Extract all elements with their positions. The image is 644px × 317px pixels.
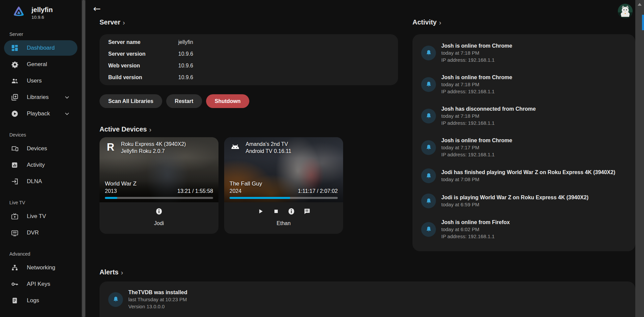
server-info-value: jellyfin [178, 39, 193, 45]
sidebar-item-libraries[interactable]: Libraries [4, 90, 77, 105]
info-button[interactable] [287, 207, 296, 216]
shutdown-button[interactable]: Shutdown [206, 94, 249, 108]
play-button[interactable] [256, 207, 265, 216]
media-year: 2024 [230, 188, 262, 195]
sidebar-section: Devices Devices Activity DLN [0, 132, 81, 189]
server-info-row: Server name jellyfin [108, 36, 389, 48]
sidebar-item-apikeys[interactable]: API Keys [4, 276, 77, 292]
activity-entry: Josh is online from Chrome today at 7:17… [421, 137, 627, 158]
device-user-name: Jodi [154, 220, 164, 226]
alert-entry: TheTVDB was installed last Thursday at 1… [108, 289, 627, 310]
sidebar-scrollbar-thumb[interactable] [82, 0, 85, 317]
bell-avatar [108, 292, 123, 307]
server-info-row: Server version 10.9.6 [108, 48, 389, 60]
sidebar-item-users[interactable]: Users [4, 73, 77, 89]
bell-icon [425, 198, 432, 205]
activity-entry-title: Josh is online from Firefox [441, 219, 510, 226]
media-year: 2013 [105, 188, 136, 195]
alerts-section-heading[interactable]: Alerts [100, 267, 635, 277]
logs-icon [11, 297, 19, 305]
device-header: Amanda's 2nd TV Android TV 0.16.11 [229, 141, 340, 155]
info-icon [287, 207, 296, 217]
app-logo-row: jellyfin 10.9.6 [0, 0, 81, 21]
active-devices-heading[interactable]: Active Devices [100, 124, 398, 134]
sidebar-section-label: Advanced [9, 251, 81, 257]
sidebar-section: Advanced Networking API Keys [0, 251, 81, 308]
sidebar-item-devices[interactable]: Devices [4, 141, 77, 156]
server-info-value: 10.9.6 [178, 63, 193, 69]
server-section-heading[interactable]: Server [100, 17, 398, 27]
sidebar-item-logs[interactable]: Logs [4, 293, 77, 308]
sidebar-scrollbar[interactable] [81, 0, 86, 317]
playback-progress-fill [105, 197, 117, 199]
now-playing-info: World War Z 2013 13:21 / 1:55:58 [105, 180, 213, 199]
user-avatar-button[interactable] [618, 3, 633, 19]
back-button[interactable]: ← [93, 4, 101, 13]
alert-entry-time: last Thursday at 10:23 PM [128, 296, 187, 303]
page-scrollbar-thumb[interactable] [642, 15, 644, 30]
bell-icon [425, 172, 432, 179]
stop-button[interactable] [271, 207, 281, 216]
sidebar: jellyfin 10.9.6 Server Dashboard General [0, 0, 81, 317]
sidebar-nav: Server Dashboard General Use [0, 32, 81, 308]
message-icon [303, 208, 311, 216]
device-user-name: Ethan [277, 220, 291, 226]
restart-button[interactable]: Restart [166, 94, 202, 108]
bell-icon [425, 144, 432, 151]
scrollbar-up-arrow-icon[interactable] [638, 3, 642, 6]
alerts-card: TheTVDB was installed last Thursday at 1… [100, 281, 635, 317]
page-scrollbar[interactable] [635, 0, 644, 317]
server-info-row: Build version 10.9.6 [108, 71, 389, 83]
activity-entry-time: today at 7:17 PM [441, 144, 512, 151]
dashboard-left-column: Server Server name jellyfin Server versi… [100, 17, 398, 234]
sidebar-item-dashboard[interactable]: Dashboard [4, 40, 77, 56]
activity-entry-title: Josh is online from Chrome [441, 137, 512, 144]
sidebar-item-networking[interactable]: Networking [4, 260, 77, 275]
sidebar-item-livetv[interactable]: Live TV [4, 209, 77, 224]
device-client-name: Roku Express 4K (3940X2) [121, 141, 186, 148]
activity-section-heading[interactable]: Activity [412, 17, 635, 27]
scan-all-libraries-button[interactable]: Scan All Libraries [100, 94, 162, 108]
playback-icon [11, 110, 19, 118]
sidebar-item-dvr[interactable]: DVR [4, 225, 77, 241]
device-controls-area: Jodi [100, 202, 218, 234]
device-card-roku[interactable]: R Roku Express 4K (3940X2) Jellyfin Roku… [100, 137, 218, 234]
info-button[interactable] [154, 207, 164, 216]
activity-entry: Josh is online from Chrome today at 7:18… [421, 74, 627, 95]
chevron-down-icon [63, 94, 71, 101]
message-button[interactable] [302, 207, 312, 216]
sidebar-item-dlna[interactable]: DLNA [4, 174, 77, 189]
activity-entry-title: Jodi is playing World War Z on Roku Expr… [441, 194, 588, 201]
bell-avatar [421, 222, 436, 237]
devices-icon [11, 145, 19, 153]
users-icon [11, 77, 19, 85]
libraries-icon [11, 93, 19, 101]
sidebar-item-activity[interactable]: Activity [4, 157, 77, 173]
activity-entry-ip: IP address: 192.168.1.1 [441, 151, 512, 158]
activity-entry-time: today at 6:59 PM [441, 201, 588, 208]
networking-icon [11, 264, 19, 272]
sidebar-item-general[interactable]: General [4, 57, 77, 72]
livetv-icon [11, 212, 19, 220]
server-info-value: 10.9.6 [178, 74, 193, 81]
sidebar-section-label: Devices [9, 132, 81, 138]
media-title: World War Z [105, 180, 136, 188]
bell-icon [425, 49, 432, 56]
sidebar-section-label: Live TV [9, 200, 81, 205]
now-playing-info: The Fall Guy 2024 1:11:17 / 2:07:02 [230, 180, 338, 199]
device-app-version: Jellyfin Roku 2.0.7 [121, 148, 186, 155]
playback-time: 1:11:17 / 2:07:02 [298, 188, 338, 195]
activity-entry-ip: IP address: 192.168.1.1 [441, 119, 536, 126]
info-icon [155, 207, 163, 217]
sidebar-item-playback[interactable]: Playback [4, 106, 77, 121]
playback-progress [230, 197, 338, 199]
alert-entry-detail: Version 13.0.0.0 [128, 303, 187, 310]
device-card-android[interactable]: Amanda's 2nd TV Android TV 0.16.11 The F… [224, 137, 343, 234]
bell-avatar [421, 168, 436, 183]
playback-time: 13:21 / 1:55:58 [177, 188, 213, 195]
activity-entry-time: today at 6:02 PM [441, 226, 510, 233]
bell-avatar [421, 194, 436, 208]
main-content: ← Server Server name jellyfin Server ver… [86, 0, 644, 317]
media-title: The Fall Guy [230, 180, 262, 188]
server-actions: Scan All LibrariesRestartShutdown [100, 94, 398, 108]
